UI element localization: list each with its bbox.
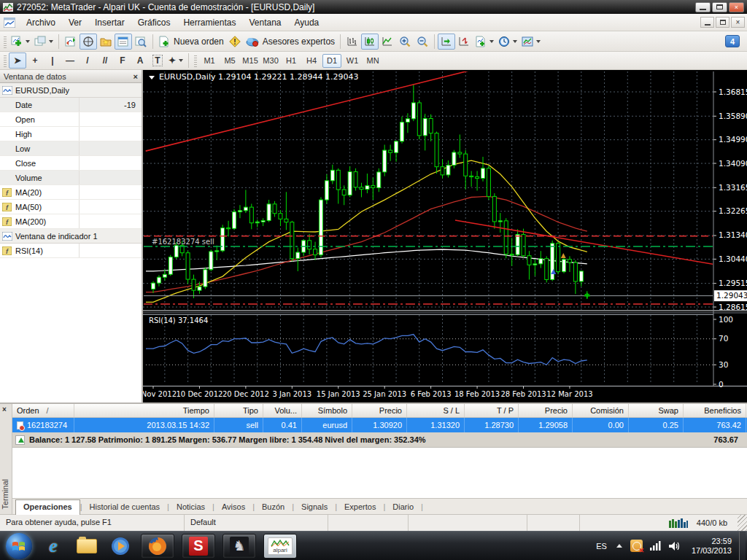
auto-scroll-button[interactable] <box>438 34 455 50</box>
start-button[interactable] <box>6 533 32 559</box>
tab-noticias[interactable]: Noticias <box>169 500 212 514</box>
show-desktop-button[interactable] <box>739 532 746 560</box>
order-cell-0[interactable]: 162183274 <box>12 418 74 432</box>
market-watch-button[interactable] <box>62 34 80 50</box>
expert-advisors-button[interactable]: Asesores expertos <box>244 34 337 50</box>
order-cell-5[interactable]: 1.30920 <box>352 418 407 432</box>
tab-expertos[interactable]: Expertos <box>337 500 383 514</box>
terminal-close-icon[interactable]: × <box>2 405 7 413</box>
taskbar-s-app[interactable]: S <box>182 534 215 559</box>
tab-historial-de-cuentas[interactable]: Historial de cuentas <box>82 500 168 514</box>
taskbar-clock[interactable]: 23:59 17/03/2013 <box>684 537 739 556</box>
profiles-button[interactable] <box>32 34 55 50</box>
data-window-row[interactable]: Date-19 <box>0 98 142 112</box>
status-profile[interactable]: Default <box>185 515 328 531</box>
toolbar-grip[interactable] <box>4 54 7 67</box>
data-window-row[interactable]: Close <box>0 156 142 171</box>
timeframe-h1[interactable]: H1 <box>282 54 301 68</box>
trendline-tool-button[interactable]: / <box>79 52 96 69</box>
maximize-button[interactable] <box>712 2 727 12</box>
data-window-close-icon[interactable]: × <box>133 72 138 81</box>
column-header-4[interactable]: Símbolo <box>302 404 352 417</box>
order-row[interactable]: 1621832742013.03.15 14:32sell0.41eurusd1… <box>12 418 747 432</box>
column-header-7[interactable]: T / P <box>465 404 519 417</box>
price-chart[interactable]: #162183274 sellRSI(14) 37.14641.368151.3… <box>143 70 747 402</box>
data-window-row[interactable]: fMA(20) <box>0 185 142 200</box>
notification-badge[interactable]: 4 <box>725 35 740 47</box>
volume-icon[interactable] <box>669 541 681 551</box>
timeframe-d1[interactable]: D1 <box>322 54 341 68</box>
data-window-row[interactable]: High <box>0 127 142 141</box>
line-chart-button[interactable] <box>379 34 396 50</box>
column-header-6[interactable]: S / L <box>407 404 465 417</box>
order-cell-8[interactable]: 1.29058 <box>519 418 573 432</box>
strategy-tester-button[interactable] <box>132 34 150 50</box>
data-window-row[interactable]: EURUSD,Daily <box>0 83 142 98</box>
data-window-row[interactable]: fMA(50) <box>0 200 142 214</box>
column-header-8[interactable]: Precio <box>519 404 573 417</box>
timeframe-mn[interactable]: MN <box>363 54 382 68</box>
data-window-button[interactable] <box>80 34 97 50</box>
crosshair-tool-button[interactable]: + <box>26 52 44 69</box>
column-header-0[interactable]: Orden/ <box>12 404 74 417</box>
timeframe-m5[interactable]: M5 <box>220 54 239 68</box>
timeframe-m15[interactable]: M15 <box>241 54 260 68</box>
network-error-icon[interactable] <box>630 540 643 552</box>
data-window-row[interactable]: fMA(200) <box>0 214 142 229</box>
taskbar-media-player[interactable] <box>107 534 134 559</box>
vertical-line-tool-button[interactable]: | <box>44 52 61 69</box>
taskbar-metatrader-alpari[interactable]: alpari <box>263 534 297 559</box>
column-header-3[interactable]: Volu... <box>263 404 302 417</box>
column-header-9[interactable]: Comisión <box>573 404 629 417</box>
mdi-restore-button[interactable] <box>716 17 729 28</box>
menu-ver[interactable]: Ver <box>62 15 88 30</box>
chart-area[interactable]: #162183274 sellRSI(14) 37.14641.368151.3… <box>143 70 747 402</box>
indicators-button[interactable] <box>473 34 496 50</box>
order-cell-11[interactable]: 763.42 <box>684 418 746 432</box>
timeframe-h4[interactable]: H4 <box>302 54 321 68</box>
order-cell-6[interactable]: 1.31320 <box>407 418 465 432</box>
column-header-1[interactable]: Tiempo <box>74 404 214 417</box>
data-window-row[interactable]: Volume <box>0 171 142 185</box>
navigator-button[interactable] <box>97 34 115 50</box>
zoom-in-button[interactable] <box>396 34 414 50</box>
text-tool-button[interactable]: A <box>131 52 149 69</box>
column-header-5[interactable]: Precio <box>352 404 407 417</box>
close-button[interactable]: × <box>729 2 744 12</box>
chart-shift-button[interactable] <box>455 34 473 50</box>
menu-herramientas[interactable]: Herramientas <box>177 15 242 30</box>
tab-signals[interactable]: Signals <box>294 500 335 514</box>
candlestick-chart-button[interactable] <box>361 34 379 50</box>
taskbar-firefox[interactable] <box>141 534 174 559</box>
cursor-tool-button[interactable]: ➤ <box>9 52 26 69</box>
order-cell-4[interactable]: eurusd <box>302 418 352 432</box>
data-window-row[interactable]: fRSI(14) <box>0 244 142 258</box>
timeframe-m1[interactable]: M1 <box>200 54 219 68</box>
fibonacci-tool-button[interactable]: F <box>114 52 131 69</box>
new-chart-button[interactable] <box>9 34 32 50</box>
tab-operaciones[interactable]: Operaciones <box>15 499 80 515</box>
menu-archivo[interactable]: Archivo <box>20 15 62 30</box>
tray-expand-icon[interactable] <box>616 544 622 548</box>
order-cell-9[interactable]: 0.00 <box>573 418 629 432</box>
toolbar-grip[interactable] <box>194 54 197 67</box>
minimize-button[interactable] <box>695 2 711 12</box>
data-window-row[interactable]: Low <box>0 141 142 156</box>
horizontal-line-tool-button[interactable]: — <box>61 52 79 69</box>
data-window-row[interactable]: Ventana de indicador 1 <box>0 229 142 244</box>
mdi-minimize-button[interactable] <box>700 17 714 28</box>
timeframe-w1[interactable]: W1 <box>343 54 362 68</box>
order-cell-7[interactable]: 1.28730 <box>465 418 519 432</box>
taskbar-explorer[interactable] <box>73 534 101 559</box>
order-cell-10[interactable]: 0.25 <box>629 418 684 432</box>
title-bar[interactable]: 272052: MetaTrader - Alpari UK - Cuenta … <box>0 0 747 14</box>
zoom-out-button[interactable] <box>414 34 431 50</box>
mdi-close-button[interactable]: × <box>731 17 745 28</box>
equidistant-channel-tool-button[interactable]: // <box>96 52 114 69</box>
tab-avisos[interactable]: Avisos <box>214 500 252 514</box>
order-cell-2[interactable]: sell <box>214 418 263 432</box>
order-cell-3[interactable]: 0.41 <box>263 418 302 432</box>
column-header-11[interactable]: Beneficios <box>684 404 746 417</box>
menu-gráficos[interactable]: Gráficos <box>131 15 177 30</box>
menu-ayuda[interactable]: Ayuda <box>287 15 325 30</box>
